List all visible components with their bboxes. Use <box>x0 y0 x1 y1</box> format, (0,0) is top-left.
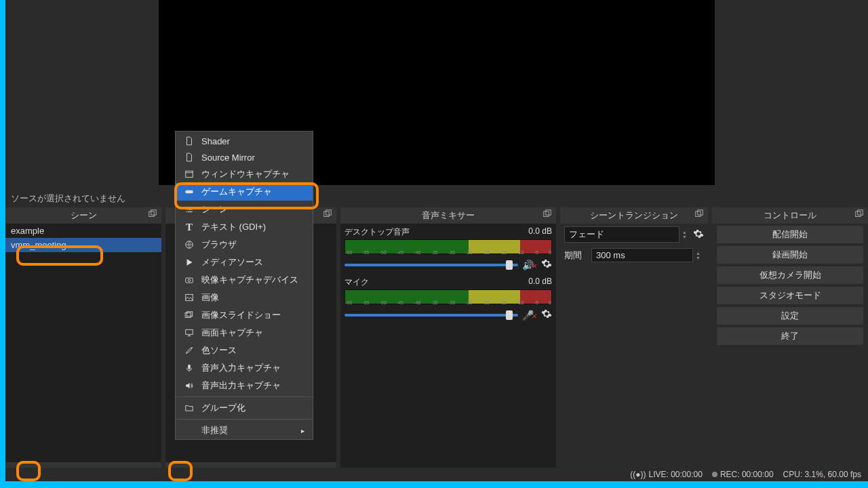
scene-item-vmm-meeting[interactable]: vmm_meeting <box>5 238 161 252</box>
duration-label: 期間 <box>564 249 589 262</box>
app-window: ソースが選択されていません シーン example vmm_meeting ＋ … <box>5 0 868 481</box>
menu-item[interactable]: 画像 <box>176 289 313 306</box>
mute-icon[interactable]: 🔊✕ <box>522 260 537 270</box>
transition-spinner[interactable]: ▲▼ <box>682 230 690 239</box>
scenes-title: シーン <box>71 210 97 220</box>
scenes-dock: シーン example vmm_meeting ＋ － ∧ ∨ <box>5 207 161 481</box>
broadcast-icon: ((●)) <box>630 470 646 479</box>
svg-rect-17 <box>185 313 191 318</box>
transitions-body: フェード ▲▼ 期間 300 ms ▲▼ <box>560 224 708 481</box>
svg-rect-1 <box>151 210 157 216</box>
mixer-body: デスクトップ音声 0.0 dB -60-55-50-45-40-35-30-25… <box>340 224 556 481</box>
menu-item[interactable]: シーン <box>176 201 313 218</box>
slideshow-icon <box>184 310 195 321</box>
start-virtualcam-button[interactable]: 仮想カメラ開始 <box>716 266 864 285</box>
menu-item-label: 映像キャプチャデバイス <box>201 274 298 286</box>
menu-item-label: メディアソース <box>201 256 263 268</box>
popout-icon[interactable] <box>542 209 552 219</box>
brush-icon <box>184 345 195 356</box>
volume-slider[interactable] <box>344 264 518 266</box>
transition-select[interactable]: フェード <box>564 226 679 243</box>
popout-icon[interactable] <box>148 209 157 219</box>
menu-item[interactable]: 映像キャプチャデバイス <box>176 271 313 289</box>
mixer-dock: 音声ミキサー デスクトップ音声 0.0 dB -60-55-50-45-40-3… <box>340 207 556 481</box>
menu-item[interactable]: ゲームキャプチャ <box>176 183 313 201</box>
svg-rect-3 <box>326 210 332 216</box>
svg-rect-19 <box>186 329 193 334</box>
monitor-icon <box>184 327 195 338</box>
docks-row: シーン example vmm_meeting ＋ － ∧ ∨ ソース <box>5 207 868 481</box>
menu-item[interactable]: Tテキスト (GDI+) <box>176 218 313 236</box>
duration-input[interactable]: 300 ms <box>591 248 693 262</box>
svg-point-15 <box>188 279 191 282</box>
camera-icon <box>184 274 195 285</box>
scene-item-example[interactable]: example <box>5 224 161 238</box>
channel-db: 0.0 dB <box>528 277 552 288</box>
svg-rect-14 <box>186 278 193 283</box>
svg-rect-16 <box>186 294 193 300</box>
transitions-header: シーントランジション <box>560 207 708 224</box>
menu-item-label: ブラウザ <box>201 239 237 251</box>
duration-spinner[interactable]: ▲▼ <box>696 251 704 260</box>
menu-item[interactable]: Source Mirror <box>176 149 313 165</box>
start-streaming-button[interactable]: 配信開始 <box>716 225 864 244</box>
audio-meter: -60-55-50-45-40-35-30-25-20-15-10-50 <box>344 289 552 304</box>
svg-rect-7 <box>698 210 703 216</box>
svg-rect-12 <box>185 190 193 194</box>
popout-icon[interactable] <box>854 209 864 219</box>
svg-rect-10 <box>186 171 193 177</box>
menu-item-label: Source Mirror <box>201 152 255 163</box>
play-icon <box>184 257 195 268</box>
menu-item[interactable]: メディアソース <box>176 253 313 271</box>
scenes-list[interactable]: example vmm_meeting <box>5 224 161 462</box>
menu-item-label: ウィンドウキャプチャ <box>201 168 290 180</box>
menu-item-label: 画像スライドショー <box>201 309 281 321</box>
transitions-title: シーントランジション <box>590 210 678 220</box>
gamepad-icon <box>184 186 195 197</box>
svg-rect-2 <box>324 211 330 217</box>
add-source-context-menu[interactable]: ShaderSource Mirrorウィンドウキャプチャゲームキャプチャシーン… <box>175 131 313 440</box>
gear-icon[interactable] <box>693 228 704 241</box>
popout-icon[interactable] <box>694 209 704 219</box>
menu-item-group[interactable]: グループ化 <box>176 399 313 417</box>
channel-name: マイク <box>344 277 369 288</box>
menu-item[interactable]: Shader <box>176 133 313 149</box>
svg-rect-9 <box>858 210 863 216</box>
popout-icon[interactable] <box>323 209 332 219</box>
menu-item-label: ゲームキャプチャ <box>201 186 272 198</box>
svg-rect-0 <box>149 211 155 217</box>
file-icon <box>184 136 195 146</box>
menu-item-label: 画面キャプチャ <box>201 327 263 339</box>
menu-item[interactable]: 色ソース <box>176 342 313 359</box>
channel-db: 0.0 dB <box>528 226 552 238</box>
studio-mode-button[interactable]: スタジオモード <box>716 286 864 305</box>
list-icon <box>184 204 195 215</box>
gear-icon[interactable] <box>541 258 552 271</box>
gear-icon[interactable] <box>541 308 552 321</box>
exit-button[interactable]: 終了 <box>716 327 864 346</box>
menu-item[interactable]: ウィンドウキャプチャ <box>176 165 313 183</box>
menu-item[interactable]: ブラウザ <box>176 236 313 253</box>
start-recording-button[interactable]: 録画開始 <box>716 245 864 264</box>
menu-item-label: 音声入力キャプチャ <box>201 362 281 374</box>
menu-item[interactable]: 音声出力キャプチャ <box>176 377 313 394</box>
menu-item-label: テキスト (GDI+) <box>201 221 266 233</box>
speaker-icon <box>184 380 195 391</box>
menu-item[interactable]: 画面キャプチャ <box>176 324 313 342</box>
mixer-header: 音声ミキサー <box>340 207 556 224</box>
controls-dock: コントロール 配信開始 録画開始 仮想カメラ開始 スタジオモード 設定 終了 <box>712 207 868 481</box>
menu-item-label: グループ化 <box>201 402 245 414</box>
svg-rect-18 <box>187 312 193 317</box>
mixer-title: 音声ミキサー <box>422 210 475 220</box>
menu-item[interactable]: 画像スライドショー <box>176 306 313 324</box>
transitions-dock: シーントランジション フェード ▲▼ 期間 300 ms ▲▼ <box>560 207 708 481</box>
file-icon <box>184 152 195 163</box>
volume-slider[interactable] <box>344 314 518 317</box>
menu-item[interactable]: 音声入力キャプチャ <box>176 359 313 377</box>
status-rec: REC: 00:00:00 <box>712 470 774 479</box>
source-info-bar: ソースが選択されていません <box>5 190 868 207</box>
menu-item-deprecated[interactable]: 非推奨 <box>176 422 313 439</box>
text-icon: T <box>184 222 195 232</box>
mute-icon[interactable]: 🎤✕ <box>522 310 537 321</box>
settings-button[interactable]: 設定 <box>716 306 864 325</box>
